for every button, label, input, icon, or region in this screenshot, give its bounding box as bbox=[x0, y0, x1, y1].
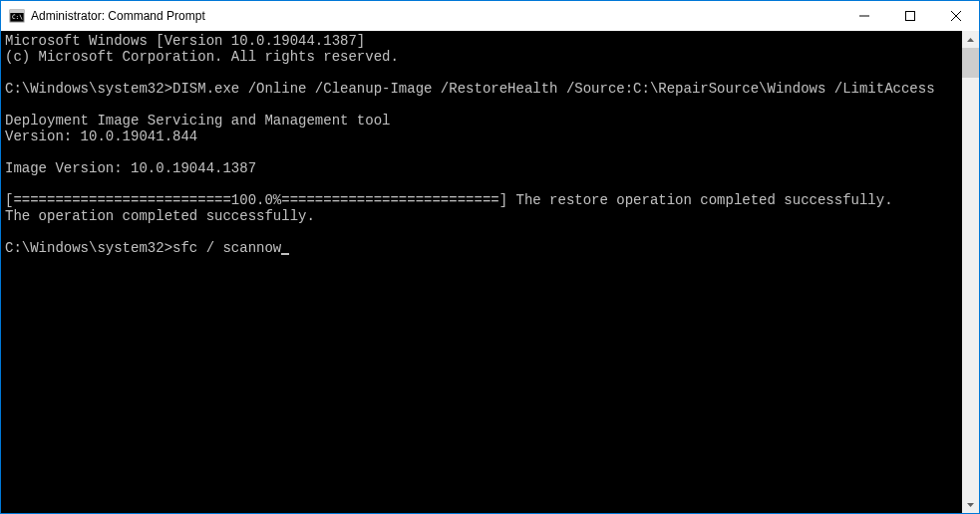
vertical-scrollbar[interactable] bbox=[962, 31, 979, 513]
svg-marker-7 bbox=[967, 38, 974, 42]
console-line bbox=[5, 65, 958, 81]
console-line: Microsoft Windows [Version 10.0.19044.13… bbox=[5, 33, 958, 49]
maximize-button[interactable] bbox=[887, 1, 933, 31]
scroll-up-button[interactable] bbox=[962, 31, 979, 48]
window-controls bbox=[841, 1, 979, 31]
console-current-line[interactable]: C:\Windows\system32>sfc / scannow bbox=[5, 240, 958, 256]
svg-rect-4 bbox=[906, 12, 915, 21]
console-line bbox=[5, 224, 958, 240]
svg-text:C:\: C:\ bbox=[12, 13, 23, 20]
console-line: Version: 10.0.19041.844 bbox=[5, 128, 958, 144]
prompt: C:\Windows\system32> bbox=[5, 240, 172, 256]
console-line: [==========================100.0%=======… bbox=[5, 192, 958, 208]
scroll-down-button[interactable] bbox=[962, 496, 979, 513]
scroll-track[interactable] bbox=[962, 48, 979, 496]
window: C:\ Administrator: Command Prompt Micros… bbox=[0, 0, 980, 514]
console-line: C:\Windows\system32>DISM.exe /Online /Cl… bbox=[5, 81, 958, 97]
client-area: Microsoft Windows [Version 10.0.19044.13… bbox=[1, 31, 979, 513]
scroll-thumb[interactable] bbox=[962, 48, 979, 78]
titlebar[interactable]: C:\ Administrator: Command Prompt bbox=[1, 1, 979, 31]
current-input[interactable]: sfc / scannow bbox=[172, 240, 281, 256]
close-button[interactable] bbox=[933, 1, 979, 31]
cmd-icon: C:\ bbox=[9, 8, 25, 24]
window-title: Administrator: Command Prompt bbox=[31, 9, 841, 23]
console-line: (c) Microsoft Corporation. All rights re… bbox=[5, 49, 958, 65]
console-line bbox=[5, 144, 958, 160]
console-output[interactable]: Microsoft Windows [Version 10.0.19044.13… bbox=[1, 31, 962, 513]
console-line bbox=[5, 176, 958, 192]
console-line: Deployment Image Servicing and Managemen… bbox=[5, 113, 958, 128]
cursor bbox=[281, 253, 289, 255]
svg-marker-8 bbox=[967, 503, 974, 507]
console-line: Image Version: 10.0.19044.1387 bbox=[5, 160, 958, 176]
minimize-button[interactable] bbox=[841, 1, 887, 31]
console-line: The operation completed successfully. bbox=[5, 208, 958, 224]
console-line bbox=[5, 97, 958, 113]
